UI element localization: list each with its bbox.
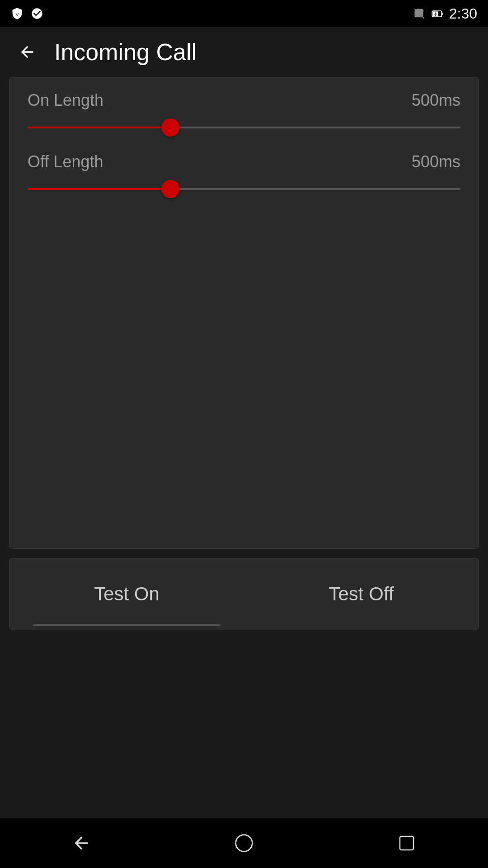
on-length-fill — [28, 127, 170, 128]
status-bar-left: V — [11, 7, 43, 20]
no-sim-icon — [413, 7, 426, 20]
nav-home-icon — [234, 833, 254, 853]
off-length-thumb[interactable] — [161, 180, 179, 198]
navigation-bar — [0, 818, 488, 868]
nav-recent-icon — [398, 834, 416, 852]
svg-point-5 — [236, 835, 253, 852]
settings-card: On Length 500ms Off Length 500ms — [9, 77, 479, 549]
on-length-label: On Length — [28, 91, 103, 110]
test-on-button[interactable]: Test On — [9, 558, 244, 630]
status-time: 2:30 — [449, 5, 477, 22]
back-button[interactable] — [14, 38, 41, 66]
nav-home-button[interactable] — [226, 825, 262, 861]
off-length-slider[interactable] — [28, 182, 460, 196]
on-length-section: On Length 500ms — [28, 91, 460, 134]
svg-rect-3 — [441, 13, 442, 15]
page-title: Incoming Call — [54, 38, 197, 66]
test-off-button[interactable]: Test Off — [244, 558, 479, 630]
nav-back-icon — [71, 833, 91, 853]
nav-back-button[interactable] — [63, 825, 99, 861]
main-content: On Length 500ms Off Length 500ms — [0, 77, 488, 630]
svg-rect-6 — [400, 836, 413, 850]
battery-icon — [431, 7, 444, 20]
cat-app-icon — [31, 7, 43, 20]
off-length-value: 500ms — [412, 152, 460, 171]
off-length-fill — [28, 188, 170, 190]
shield-icon: V — [11, 7, 23, 20]
status-bar-right: 2:30 — [413, 5, 477, 22]
on-length-header: On Length 500ms — [28, 91, 460, 110]
empty-space — [28, 214, 460, 530]
svg-text:V: V — [16, 12, 19, 17]
bottom-buttons-card: Test On Test Off — [9, 558, 479, 630]
off-length-section: Off Length 500ms — [28, 152, 460, 196]
top-bar: Incoming Call — [0, 27, 488, 77]
on-length-slider[interactable] — [28, 121, 460, 134]
on-length-value: 500ms — [412, 91, 460, 110]
nav-recent-button[interactable] — [389, 825, 425, 861]
off-length-header: Off Length 500ms — [28, 152, 460, 171]
status-bar: V 2:30 — [0, 0, 488, 27]
off-length-label: Off Length — [28, 152, 103, 171]
on-length-thumb[interactable] — [161, 118, 179, 137]
